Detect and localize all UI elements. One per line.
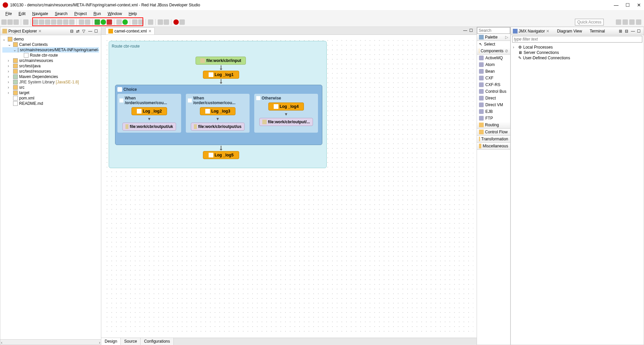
refresh-icon[interactable] [122,19,128,25]
palette-item[interactable]: CXF-RS [477,81,510,88]
expander-icon[interactable]: › [8,58,12,63]
palette-item[interactable]: Atom [477,61,510,68]
jmx-filter-input[interactable] [512,36,642,43]
expander-icon[interactable]: › [8,69,12,74]
tree-item[interactable]: ⌄src/main/resources/META-INF/spring/came… [2,47,99,53]
tree-item[interactable]: ›src/main/resources [2,58,99,63]
tab-diagram-view[interactable]: Diagram View [551,29,582,33]
perspective-icon[interactable] [148,19,153,25]
expander-icon[interactable]: › [8,90,12,95]
tree-item[interactable]: Route cbr-route [2,53,99,58]
collapse-icon[interactable]: ⊟ [625,29,630,33]
jmx-tree[interactable]: ›⚙Local Processes🖥Server Connections✎Use… [511,43,644,345]
jboss-icon[interactable] [173,19,179,25]
palette-group-components[interactable]: Components⊘ [477,48,510,55]
maximize-editor-icon[interactable]: ☐ [469,28,474,33]
grid-icon[interactable] [116,19,122,25]
log4-node[interactable]: Log _log4 [268,102,304,111]
diagram-canvas[interactable]: Route cbr-route file:work/cbr/input Log … [101,35,477,338]
new-wizard-icon[interactable] [138,19,144,25]
tree-item[interactable]: ›src/test/resources [2,69,99,74]
log2-node[interactable]: Log _log2 [131,107,167,115]
new-icon[interactable] [1,19,7,25]
forward-icon[interactable] [164,19,169,25]
disconnect-icon[interactable] [51,19,56,25]
jmx-item[interactable]: ›⚙Local Processes [513,45,642,50]
maximize-view-icon[interactable]: ☐ [94,29,99,33]
palette-group-transformation[interactable]: Transformation [477,136,510,143]
jmx-item[interactable]: ✎User-Defined Connections [513,55,642,61]
tab-jmx-navigator[interactable]: JMX Navigator✕ [513,29,549,33]
tree-item[interactable]: ›src [2,85,99,90]
palette-item[interactable]: ActiveMQ [477,55,510,61]
expander-icon[interactable]: ⌄ [13,48,16,52]
palette-select[interactable]: ↖ Select [477,41,510,48]
log5-node[interactable]: Log _log5 [203,151,239,159]
maximize-button[interactable]: ☐ [625,3,630,7]
palette-search[interactable] [477,27,510,34]
tree-item[interactable]: ⌄demo [2,37,99,42]
debug-perspective-icon[interactable] [629,19,635,25]
expander-icon[interactable]: › [8,64,12,68]
bottom-tab-design[interactable]: Design [101,338,121,345]
when1-branch[interactable]: When /order/customer/cou... Log _log2 ▼ … [117,94,181,133]
when2-branch[interactable]: When /order/customer/cou... Log _log3 ▼ … [186,94,250,133]
tree-item[interactable]: README.md [2,101,99,106]
tree-item[interactable]: ›JRE System Library [JavaSE-1.8] [2,79,99,85]
jboss-perspective-icon[interactable] [636,19,641,25]
choice-node[interactable]: Choice When /order/customer/cou... Log _… [115,85,322,145]
menu-window[interactable]: Window [105,11,125,17]
resume-icon[interactable] [33,19,38,25]
expander-icon[interactable]: › [8,74,12,79]
menu-navigate[interactable]: Navigate [30,11,51,17]
out-us-node[interactable]: file:work/cbr/output/us [191,123,245,131]
close-button[interactable]: ✕ [637,3,641,7]
menu-project[interactable]: Project [71,11,89,17]
close-icon[interactable]: ✕ [148,29,152,33]
menu-search[interactable]: Search [52,11,70,17]
menu-edit[interactable]: Edit [16,11,28,17]
minimize-view-icon[interactable]: — [631,29,636,33]
minimize-editor-icon[interactable]: — [463,28,468,33]
save-icon[interactable] [7,19,13,25]
toggle-icon[interactable] [23,19,29,25]
menu-help[interactable]: Help [126,11,140,17]
step-return-icon[interactable] [69,19,74,25]
view-menu-icon[interactable]: ▽ [82,29,87,33]
fuse-perspective-icon[interactable] [623,19,628,25]
editor-tab[interactable]: camel-context.xml ✕ [105,27,155,34]
palette-group-control-flow[interactable]: Control Flow [477,129,510,136]
open-perspective-icon[interactable] [616,19,621,25]
expander-icon[interactable]: ⌄ [8,42,12,47]
maximize-view-icon[interactable]: ☐ [637,29,642,33]
step-over-icon[interactable] [63,19,68,25]
bottom-tab-configurations[interactable]: Configurations [141,338,173,345]
palette-item[interactable]: EJB [477,108,510,115]
palette-item[interactable]: CXF [477,75,510,81]
log3-node[interactable]: Log _log3 [200,107,235,115]
quick-access[interactable]: Quick Access [575,19,604,25]
run-icon[interactable] [101,19,106,25]
palette-item[interactable]: Control Bus [477,88,510,95]
palette-item[interactable]: FTP [477,115,510,122]
palette-item[interactable]: Direct VM [477,101,510,108]
bottom-tab-source[interactable]: Source [121,338,141,345]
expander-icon[interactable]: › [513,45,517,50]
palette-item[interactable]: Direct [477,95,510,101]
project-tree[interactable]: ⌄demo⌄Camel Contexts⌄src/main/resources/… [0,35,101,339]
back-icon[interactable] [158,19,163,25]
out-other-node[interactable]: file:work/cbr/output/... [259,118,313,126]
skip-breakpoints-icon[interactable] [85,19,90,25]
menu-file[interactable]: File [3,11,14,17]
tree-item[interactable]: ›target [2,90,99,95]
link-editor-icon[interactable]: ⇄ [76,29,81,33]
log1-node[interactable]: Log _log1 [203,71,239,79]
palette-group-miscellaneous[interactable]: Miscellaneous [477,143,510,150]
suspend-icon[interactable] [39,19,44,25]
breakpoints-icon[interactable] [79,19,84,25]
otherwise-branch[interactable]: Otherwise Log _log4 ▼ file:work/cbr/outp… [254,94,318,133]
tree-item[interactable]: ›src/test/java [2,63,99,69]
save-all-icon[interactable] [13,19,19,25]
pin-icon[interactable]: ⊘ [505,49,508,53]
tree-item[interactable]: ⌄Camel Contexts [2,42,99,47]
